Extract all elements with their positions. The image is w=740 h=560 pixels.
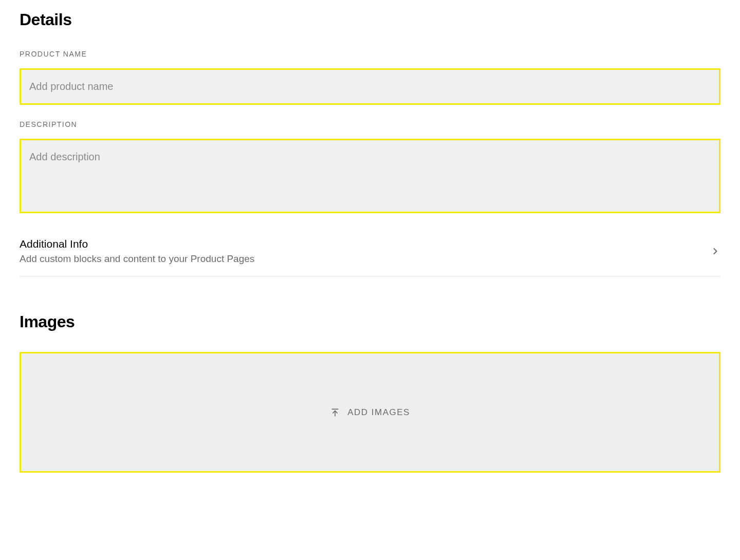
additional-info-subtitle: Add custom blocks and content to your Pr… [20, 253, 254, 265]
description-input[interactable] [21, 140, 719, 210]
additional-info-row[interactable]: Additional Info Add custom blocks and co… [20, 229, 720, 276]
chevron-right-icon [710, 246, 720, 256]
description-input-wrapper [20, 139, 720, 213]
images-heading: Images [20, 312, 720, 331]
details-heading: Details [20, 10, 720, 29]
additional-info-title: Additional Info [20, 238, 254, 250]
product-name-input-wrapper [20, 68, 720, 105]
add-images-dropzone[interactable]: ADD IMAGES [20, 352, 720, 473]
product-name-label: PRODUCT NAME [20, 50, 720, 58]
upload-icon [330, 407, 340, 418]
description-label: DESCRIPTION [20, 120, 720, 128]
add-images-label: ADD IMAGES [347, 407, 410, 418]
additional-info-text: Additional Info Add custom blocks and co… [20, 238, 254, 265]
product-name-input[interactable] [21, 70, 719, 103]
